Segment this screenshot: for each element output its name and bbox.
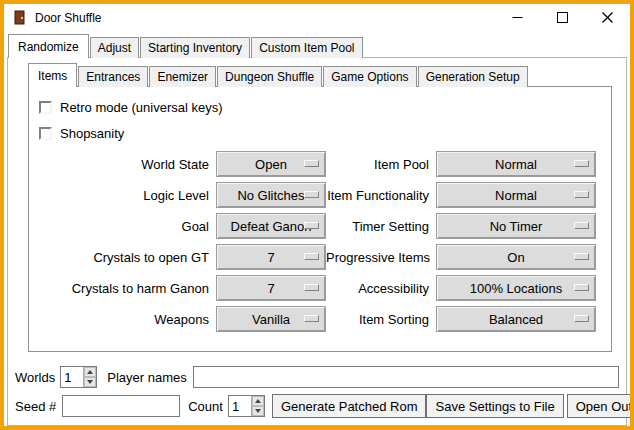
tab-game-options[interactable]: Game Options (323, 66, 416, 87)
shopsanity-label: Shopsanity (60, 126, 124, 141)
worlds-spinner (60, 366, 97, 388)
dropdown-indicator-icon (304, 315, 319, 322)
open-output-directory-button[interactable]: Open Output Directory (567, 394, 634, 418)
goal-dropdown[interactable]: Defeat Ganon (216, 213, 326, 239)
count-label: Count (188, 399, 223, 414)
settings-notebook: Items Entrances Enemizer Dungeon Shuffle… (28, 63, 612, 352)
dropdown-value: Normal (495, 157, 537, 172)
count-spin-down-button[interactable] (252, 406, 264, 416)
dropdown-value: No Timer (490, 219, 543, 234)
seed-label: Seed # (15, 399, 56, 414)
dropdown-value: 7 (267, 281, 274, 296)
logic-level-dropdown[interactable]: No Glitches (216, 182, 326, 208)
maximize-button[interactable] (540, 4, 585, 31)
crystals-ganon-dropdown[interactable]: 7 (216, 275, 326, 301)
field-row: Crystals to harm Ganon 7 Accessibility 1… (35, 275, 611, 301)
count-spin-arrows (251, 396, 264, 416)
window-controls (495, 4, 630, 31)
retro-mode-row: Retro mode (universal keys) (39, 99, 611, 115)
count-spin-up-button[interactable] (252, 396, 264, 406)
generate-patched-rom-button[interactable]: Generate Patched Rom (272, 394, 427, 418)
tab-adjust[interactable]: Adjust (90, 37, 139, 58)
tab-custom-item-pool[interactable]: Custom Item Pool (251, 37, 362, 58)
crystals-gt-label: Crystals to open GT (35, 250, 216, 265)
worlds-label: Worlds (15, 370, 55, 385)
dropdown-indicator-icon (574, 284, 589, 291)
crystals-gt-dropdown[interactable]: 7 (216, 244, 326, 270)
arrow-up-icon (255, 399, 261, 403)
bottom-bar: Worlds Player names Seed # Count (15, 366, 619, 418)
count-spinner (228, 395, 265, 417)
tab-items[interactable]: Items (28, 63, 77, 87)
timer-setting-dropdown[interactable]: No Timer (436, 213, 596, 239)
dropdown-value: Normal (495, 188, 537, 203)
crystals-ganon-label: Crystals to harm Ganon (35, 281, 216, 296)
dropdown-value: Vanilla (252, 312, 290, 327)
dropdown-indicator-icon (304, 222, 319, 229)
player-names-label: Player names (107, 370, 186, 385)
worlds-input[interactable] (61, 367, 83, 387)
dropdown-value: 7 (267, 250, 274, 265)
item-sorting-dropdown[interactable]: Balanced (436, 306, 596, 332)
item-functionality-label: Item Functionality (326, 188, 436, 203)
tab-randomize[interactable]: Randomize (8, 34, 89, 58)
tab-entrances[interactable]: Entrances (78, 66, 148, 87)
progressive-items-dropdown[interactable]: On (436, 244, 596, 270)
progressive-items-label: Progressive Items (326, 250, 436, 265)
weapons-label: Weapons (35, 312, 216, 327)
randomize-tab-panel: Items Entrances Enemizer Dungeon Shuffle… (7, 57, 627, 426)
app-icon (12, 10, 28, 26)
dropdown-indicator-icon (574, 191, 589, 198)
worlds-spin-arrows (83, 367, 96, 387)
main-tab-bar: Randomize Adjust Starting Inventory Cust… (8, 34, 630, 58)
titlebar: Door Shuffle (4, 4, 630, 31)
minimize-button[interactable] (495, 4, 540, 31)
item-pool-dropdown[interactable]: Normal (436, 151, 596, 177)
close-icon (602, 12, 613, 23)
logic-level-label: Logic Level (35, 188, 216, 203)
dropdown-value: 100% Locations (470, 281, 563, 296)
items-tab-panel: Retro mode (universal keys) Shopsanity W… (28, 86, 612, 352)
field-row: Goal Defeat Ganon Timer Setting No Timer (35, 213, 611, 239)
dropdown-indicator-icon (574, 315, 589, 322)
world-state-dropdown[interactable]: Open (216, 151, 326, 177)
tab-generation-setup[interactable]: Generation Setup (418, 66, 528, 87)
item-pool-label: Item Pool (326, 157, 436, 172)
window-title: Door Shuffle (35, 11, 102, 25)
tab-dungeon-shuffle[interactable]: Dungeon Shuffle (217, 66, 322, 87)
worlds-row: Worlds Player names (15, 366, 619, 388)
arrow-up-icon (87, 370, 93, 374)
accessibility-dropdown[interactable]: 100% Locations (436, 275, 596, 301)
retro-mode-checkbox[interactable] (39, 101, 52, 114)
goal-label: Goal (35, 219, 216, 234)
dropdown-indicator-icon (574, 160, 589, 167)
save-settings-button[interactable]: Save Settings to File (426, 394, 563, 418)
app-window: Door Shuffle Randomize Adjust Starting I… (0, 0, 634, 430)
item-functionality-dropdown[interactable]: Normal (436, 182, 596, 208)
retro-mode-label: Retro mode (universal keys) (60, 100, 223, 115)
dropdown-indicator-icon (304, 191, 319, 198)
world-state-label: World State (35, 157, 216, 172)
seed-input[interactable] (62, 395, 180, 417)
weapons-dropdown[interactable]: Vanilla (216, 306, 326, 332)
shopsanity-row: Shopsanity (39, 125, 611, 141)
worlds-spin-down-button[interactable] (84, 377, 96, 387)
shopsanity-checkbox[interactable] (39, 127, 52, 140)
count-input[interactable] (229, 396, 251, 416)
dropdown-value: Balanced (489, 312, 543, 327)
minimize-icon (512, 12, 523, 23)
dropdown-indicator-icon (304, 160, 319, 167)
dropdown-value: On (507, 250, 524, 265)
worlds-spin-up-button[interactable] (84, 367, 96, 377)
field-row: World State Open Item Pool Normal (35, 151, 611, 177)
field-row: Logic Level No Glitches Item Functionali… (35, 182, 611, 208)
tab-starting-inventory[interactable]: Starting Inventory (140, 37, 250, 58)
player-names-input[interactable] (193, 366, 619, 388)
settings-tab-bar: Items Entrances Enemizer Dungeon Shuffle… (28, 63, 612, 87)
tab-enemizer[interactable]: Enemizer (149, 66, 216, 87)
close-button[interactable] (585, 4, 630, 31)
dropdown-indicator-icon (574, 222, 589, 229)
timer-setting-label: Timer Setting (326, 219, 436, 234)
arrow-down-icon (255, 409, 261, 413)
dropdown-indicator-icon (304, 253, 319, 260)
